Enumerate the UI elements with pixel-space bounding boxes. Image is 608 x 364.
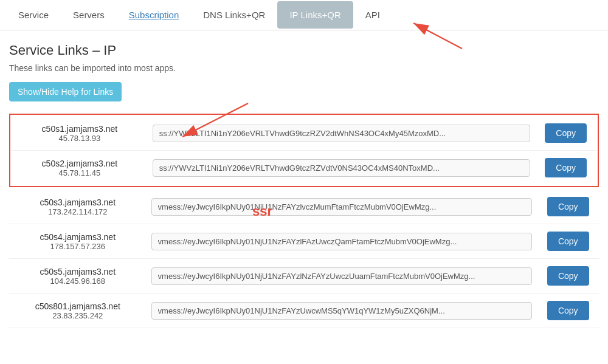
server-ip: 178.157.57.236 [14,242,142,251]
nav-item-service[interactable]: Service [6,1,61,29]
server-hostname: c50s1.jamjams3.net [16,124,143,134]
page-wrapper: Service Servers Subscription DNS Links+Q… [0,0,608,340]
copy-button[interactable]: Copy [547,197,589,216]
link-input[interactable] [151,302,533,320]
server-ip: 45.78.13.93 [16,134,143,143]
link-input[interactable] [151,267,533,285]
link-input[interactable] [151,198,533,216]
server-name-cell: c50s2.jamjams3.net 45.78.11.45 [12,151,148,185]
copy-btn-cell: Copy [535,151,596,185]
copy-btn-cell: Copy [535,116,596,151]
table-row: c50s3.jamjams3.net 173.242.114.172 Copy [9,190,599,224]
copy-btn-cell: Copy [537,294,599,328]
page-description: These links can be imported into most ap… [9,63,599,73]
server-hostname: c50s801.jamjams3.net [14,301,142,311]
server-hostname: c50s5.jamjams3.net [14,267,142,276]
server-name-cell: c50s5.jamjams3.net 104.245.96.168 [9,259,147,294]
link-input-cell [147,259,537,294]
server-hostname: c50s4.jamjams3.net [14,232,142,242]
main-content: Service Links – IP These links can be im… [0,30,608,340]
link-input-cell [148,151,536,185]
nav-item-dns-links[interactable]: DNS Links+QR [191,1,277,29]
copy-btn-cell: Copy [537,190,599,224]
link-input-cell [147,190,537,224]
ssr-annotation: ssr [252,204,272,219]
table-row: c50s1.jamjams3.net 45.78.13.93 Copy [12,116,596,151]
link-input-cell [148,116,536,151]
server-ip: 23.83.235.242 [14,311,142,320]
nav-item-servers[interactable]: Servers [61,1,117,29]
server-hostname: c50s2.jamjams3.net [16,159,143,168]
table-row: c50s4.jamjams3.net 178.157.57.236 Copy [9,224,599,259]
links-table: c50s3.jamjams3.net 173.242.114.172 Copy … [9,190,599,328]
server-ip: 173.242.114.172 [14,207,142,216]
server-ip: 45.78.11.45 [16,168,143,177]
nav-item-ip-links[interactable]: IP Links+QR [277,1,353,29]
table-row: c50s5.jamjams3.net 104.245.96.168 Copy [9,259,599,294]
copy-btn-cell: Copy [537,224,599,259]
nav-item-subscription[interactable]: Subscription [117,1,192,29]
server-ip: 104.245.96.168 [14,276,142,286]
link-input[interactable] [153,159,531,177]
table-row: c50s2.jamjams3.net 45.78.11.45 Copy [12,151,596,185]
nav-item-api[interactable]: API [353,1,392,29]
link-input[interactable] [153,125,531,142]
highlighted-links-table: c50s1.jamjams3.net 45.78.13.93 Copy c50s… [12,116,596,185]
server-name-cell: c50s1.jamjams3.net 45.78.13.93 [12,116,148,151]
top-nav: Service Servers Subscription DNS Links+Q… [0,0,608,30]
link-input-cell [147,294,537,328]
page-title: Service Links – IP [9,43,599,58]
copy-button[interactable]: Copy [545,123,587,143]
server-hostname: c50s3.jamjams3.net [14,197,142,207]
copy-btn-cell: Copy [537,259,599,294]
copy-button[interactable]: Copy [547,301,589,320]
link-input-cell [147,224,537,259]
server-name-cell: c50s801.jamjams3.net 23.83.235.242 [9,294,147,328]
copy-button[interactable]: Copy [545,158,587,177]
server-name-cell: c50s3.jamjams3.net 173.242.114.172 [9,190,147,224]
server-name-cell: c50s4.jamjams3.net 178.157.57.236 [9,224,147,259]
copy-button[interactable]: Copy [547,266,589,286]
link-input[interactable] [151,233,533,250]
show-hide-button[interactable]: Show/Hide Help for Links [9,82,122,101]
copy-button[interactable]: Copy [547,232,589,251]
table-row: c50s801.jamjams3.net 23.83.235.242 Copy [9,294,599,328]
highlight-box: c50s1.jamjams3.net 45.78.13.93 Copy c50s… [9,114,599,187]
